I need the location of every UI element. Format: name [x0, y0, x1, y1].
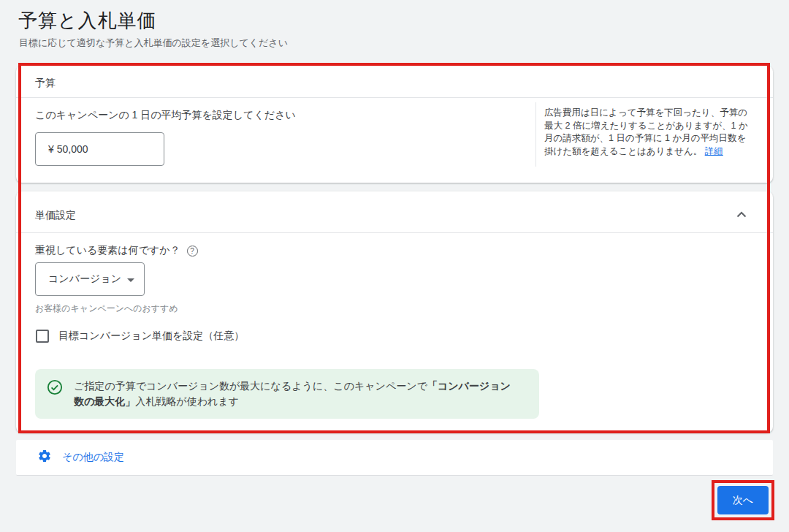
- bid-focus-dropdown-value: コンバージョン: [48, 273, 121, 286]
- caret-down-icon: [127, 278, 134, 282]
- budget-and-bidding-page: 予算と入札単価 目標に応じて適切な予算と入札単価の設定を選択してください 予算 …: [0, 0, 789, 532]
- info-text-prefix: ご指定の予算でコンバージョン数が最大になるように、このキャンペーンで: [74, 380, 427, 392]
- target-cpa-checkbox-label: 目標コンバージョン単価を設定（任意）: [58, 330, 244, 343]
- budget-help-text: 広告費用は日によって予算を下回ったり、予算の最大 2 倍に増えたりすることがあり…: [544, 107, 749, 158]
- more-settings-row[interactable]: その他の設定: [16, 440, 773, 476]
- target-cpa-checkbox-row: 目標コンバージョン単価を設定（任意）: [36, 330, 244, 343]
- check-circle-icon: [47, 379, 63, 409]
- bid-focus-question-text: 重視している要素は何ですか？: [35, 244, 180, 257]
- divider: [16, 97, 773, 98]
- budget-card-header: 予算: [35, 77, 56, 90]
- target-cpa-checkbox[interactable]: [36, 330, 49, 343]
- recommendation-note: お客様のキャンペーンへのおすすめ: [35, 303, 178, 315]
- divider: [535, 102, 536, 167]
- divider: [16, 232, 773, 233]
- info-text-suffix: 入札戦略が使われます: [135, 395, 239, 407]
- daily-budget-input[interactable]: [35, 132, 164, 166]
- bidding-card: 単価設定 重視している要素は何ですか？ ? コンバージョン お客様のキャンペーン…: [16, 191, 773, 433]
- bidding-card-header: 単価設定: [35, 209, 76, 222]
- budget-card: 予算 このキャンペーンの 1 日の平均予算を設定してください 広告費用は日によっ…: [16, 66, 773, 183]
- page-subtitle: 目標に応じて適切な予算と入札単価の設定を選択してください: [19, 37, 288, 50]
- bid-focus-question: 重視している要素は何ですか？ ?: [35, 244, 198, 257]
- bid-strategy-info-box: ご指定の予算でコンバージョン数が最大になるように、このキャンペーンで「コンバージ…: [35, 369, 539, 419]
- bid-focus-dropdown[interactable]: コンバージョン: [35, 262, 145, 296]
- chevron-up-icon[interactable]: [733, 206, 750, 224]
- next-button[interactable]: 次へ: [717, 486, 769, 514]
- gear-icon: [37, 449, 52, 466]
- help-circle-icon[interactable]: ?: [187, 246, 198, 256]
- bid-strategy-info-text: ご指定の予算でコンバージョン数が最大になるように、このキャンペーンで「コンバージ…: [74, 379, 512, 409]
- budget-help-link[interactable]: 詳細: [705, 146, 723, 156]
- budget-label: このキャンペーンの 1 日の平均予算を設定してください: [35, 109, 296, 122]
- more-settings-label: その他の設定: [62, 451, 124, 464]
- page-title: 予算と入札単価: [18, 8, 157, 34]
